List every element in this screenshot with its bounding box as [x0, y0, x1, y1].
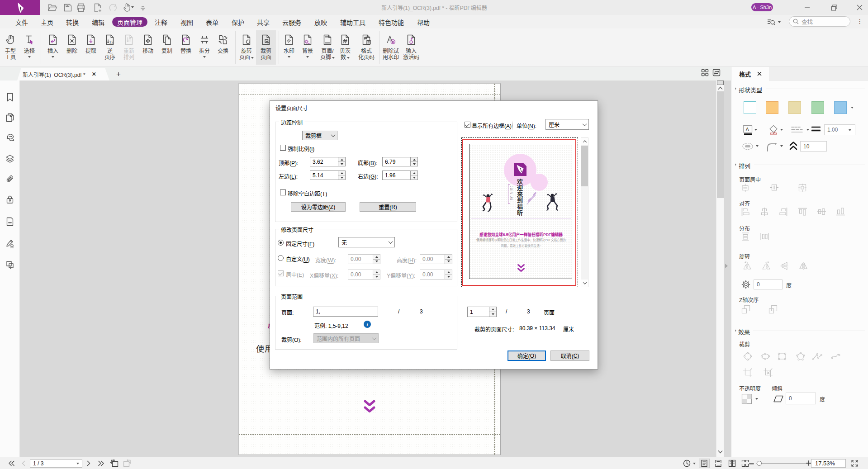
remove-white-margins-checkbox[interactable] [280, 189, 286, 195]
left-margin-spinner[interactable] [338, 171, 345, 180]
ribbon-header-footer[interactable]: 页眉/页脚 [317, 30, 338, 65]
find-options-button[interactable] [767, 18, 782, 27]
opacity-button[interactable] [741, 393, 752, 404]
facing-layout-button[interactable] [726, 459, 737, 468]
ribbon-replace-pages[interactable]: 替换 [176, 30, 195, 65]
unit-combobox[interactable]: 厘米 [545, 119, 589, 130]
user-badge[interactable]: A - Sh3n [751, 3, 773, 11]
x-offset-spinner[interactable] [373, 270, 380, 279]
ribbon-background[interactable]: 背景 [298, 30, 317, 65]
corner-radius-input[interactable]: 10 [800, 141, 827, 152]
last-page-button[interactable] [97, 460, 105, 467]
ribbon-rearrange-pages[interactable]: 重新排列 [119, 30, 138, 65]
ribbon-bates-numbering[interactable]: 贝茨数 [336, 30, 355, 65]
ribbon-move-pages[interactable]: 移动 [138, 30, 157, 65]
first-page-button[interactable] [7, 460, 15, 467]
opacity-dropdown-icon[interactable] [755, 398, 758, 400]
dash-style-button[interactable] [791, 126, 803, 134]
prev-page-button[interactable] [20, 460, 26, 467]
height-spinner[interactable] [445, 255, 452, 264]
custom-size-radio[interactable] [278, 255, 284, 261]
shape-style-swatch-2[interactable] [766, 101, 778, 114]
crop-rectangle-button[interactable] [777, 352, 787, 361]
x-offset-input[interactable]: 0.00 [348, 270, 380, 280]
crop-circle-button[interactable] [743, 351, 753, 361]
reading-mode-button[interactable] [682, 460, 691, 467]
crop-what-combobox[interactable]: 范围内的所有页面 [313, 333, 379, 343]
menu-accessibility[interactable]: 辅助工具 [337, 17, 368, 27]
ribbon-copy-pages[interactable]: 复制 [157, 30, 176, 65]
rotate-angle-gear-icon[interactable] [741, 280, 750, 289]
menu-share[interactable]: 共享 [254, 17, 272, 27]
center-horizontal-button[interactable] [741, 184, 749, 192]
center-both-button[interactable] [798, 184, 806, 192]
shape-style-swatch-4[interactable] [811, 101, 824, 114]
destinations-panel-button[interactable] [5, 217, 15, 227]
scrollbar-thumb[interactable] [717, 91, 724, 198]
page-organize-button[interactable] [712, 69, 721, 76]
rotate-view-right-button[interactable] [123, 460, 132, 467]
y-offset-input[interactable]: 0.00 [420, 270, 452, 280]
menu-convert[interactable]: 转换 [63, 17, 81, 27]
page-number-box[interactable]: 1 / 3 [30, 460, 82, 468]
zoom-slider-knob[interactable] [757, 461, 762, 466]
right-margin-spinner[interactable] [410, 171, 417, 180]
fixed-size-radio[interactable] [278, 240, 284, 246]
scrollbar-page-indicator[interactable] [717, 81, 724, 85]
ribbon-remove-trial-watermark[interactable]: 删除试用水印 [381, 30, 401, 65]
security-panel-button[interactable] [5, 194, 15, 204]
width-spinner[interactable] [373, 255, 380, 264]
crop-polyline-button[interactable] [812, 352, 823, 360]
menu-file[interactable]: 文件 [13, 17, 31, 27]
minimize-button[interactable] [798, 0, 816, 15]
ribbon-format-page-numbers[interactable]: 格式化页码 [355, 30, 378, 65]
pages-input[interactable]: 1, [313, 307, 378, 317]
reset-button[interactable]: 重置(R) [360, 202, 416, 212]
corner-style-button[interactable] [767, 142, 778, 152]
open-folder-button[interactable] [47, 2, 58, 14]
ribbon-extract-pages[interactable]: 提取 [81, 30, 100, 65]
more-menu-button[interactable]: ⋮ [857, 18, 863, 25]
ribbon-rotate-pages[interactable]: 旋转页面 [236, 30, 257, 65]
tab-close-icon[interactable]: ✕ [92, 71, 96, 77]
ribbon-insert-pages[interactable]: 插入 [43, 30, 62, 65]
shape-style-swatch-1[interactable] [744, 101, 756, 114]
pages-panel-button[interactable] [5, 113, 15, 123]
font-color-button[interactable]: A [743, 125, 753, 135]
menu-page-management[interactable]: 页面管理 [112, 17, 147, 27]
left-margin-input[interactable]: 5.14 [310, 171, 346, 180]
align-top-button[interactable] [798, 208, 807, 216]
thumbnail-view-button[interactable] [701, 69, 709, 76]
bring-forward-button[interactable] [741, 305, 750, 314]
menu-present[interactable]: 放映 [312, 17, 330, 27]
canvas-scrollbar[interactable] [716, 81, 724, 457]
foxit-logo[interactable] [0, 0, 40, 15]
comments-panel-button[interactable] [5, 133, 15, 143]
cross-references-panel-button[interactable] [5, 260, 15, 270]
align-middle-button[interactable] [817, 208, 826, 216]
rotate-left-button[interactable] [743, 261, 753, 270]
top-margin-input[interactable]: 3.62 [310, 157, 346, 166]
line-width-button[interactable] [811, 125, 821, 134]
crop-ellipse-button[interactable] [760, 352, 771, 360]
menu-comment[interactable]: 注释 [152, 17, 170, 27]
width-input[interactable]: 0.00 [348, 254, 380, 264]
ok-button[interactable]: 确定(O) [508, 351, 546, 361]
reading-mode-dropdown-icon[interactable] [693, 463, 696, 464]
rotate-view-left-button[interactable] [110, 460, 119, 467]
attachments-panel-button[interactable] [5, 174, 15, 184]
close-window-button[interactable] [850, 0, 868, 15]
zoom-value-box[interactable]: 17.53% [811, 459, 846, 468]
center-checkbox[interactable] [278, 270, 284, 276]
bottom-margin-spinner[interactable] [410, 157, 417, 166]
fit-screen-button[interactable] [850, 460, 859, 467]
flip-vertical-button[interactable] [799, 261, 808, 270]
scroll-up-icon[interactable] [718, 86, 723, 90]
align-left-button[interactable] [741, 208, 749, 216]
corner-radius-button[interactable] [789, 141, 798, 152]
y-offset-spinner[interactable] [445, 270, 452, 279]
panel-close-icon[interactable] [757, 71, 762, 76]
add-tab-button[interactable]: + [114, 70, 123, 79]
menu-help[interactable]: 帮助 [414, 17, 432, 27]
crop-curve-button[interactable] [830, 352, 840, 360]
